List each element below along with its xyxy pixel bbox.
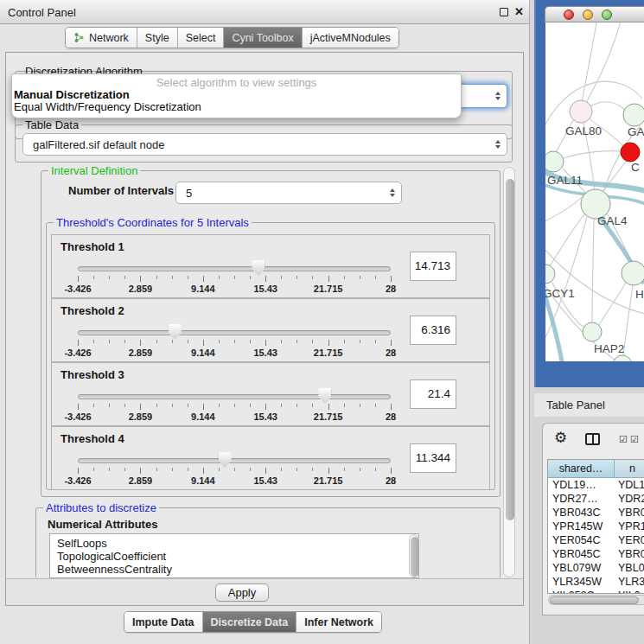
checkbox-icon[interactable]: ☑ [630,435,639,444]
slider-scale-label: 21.715 [314,348,343,358]
threshold-value-field[interactable]: 14.713 [410,252,456,281]
table-row[interactable]: YBL079WYBL0 [548,561,644,575]
screenshot-root: Control Panel ✕ NetworkStyleSelectCyni T… [0,0,644,644]
table-cell: YBR0 [615,547,644,561]
slider-scale-label: 28 [386,284,396,294]
numerical-attributes-list[interactable]: SelfLoopsTopologicalCoefficientBetweenne… [49,533,419,578]
table-row[interactable]: YIL052CYIL0 [548,589,644,594]
table-cell: YPR145W [548,520,615,533]
threshold-value-field[interactable]: 6.316 [410,316,456,345]
table-cell: YER054C [548,533,615,547]
slider-scale-label: 21.715 [314,284,343,294]
slider-track[interactable] [78,458,391,463]
dropdown-item[interactable]: Equal Width/Frequency Discretization [12,101,461,113]
slider-track[interactable] [78,330,391,335]
table-column-header[interactable]: n [615,460,644,478]
network-canvas[interactable]: GAL80GACGAL11GAL4GCY1HHAP2 [545,22,644,361]
attribute-list-item[interactable]: TopologicalCoefficient [50,550,418,563]
network-edge [564,151,621,158]
network-node[interactable] [545,151,564,172]
tab-infer-network[interactable]: Infer Network [296,612,381,632]
dropdown-items: Manual DiscretizationEqual Width/Frequen… [12,89,461,113]
threshold-label: Threshold 1 [61,240,124,253]
table-horizontal-scrollbar[interactable] [548,595,644,605]
tab-select[interactable]: Select [177,28,224,48]
slider-scale-label: 15.43 [253,411,277,422]
network-node[interactable] [570,100,592,123]
number-of-intervals-combo[interactable]: 5 [175,182,402,204]
slider-scale-label: 15.43 [253,475,277,486]
table-row[interactable]: YLR345WYLR3 [548,575,644,589]
attribute-list-item[interactable]: SelfLoops [50,537,418,550]
apply-button[interactable]: Apply [215,583,269,602]
network-edge [586,22,622,103]
slider-scale-label: 2.859 [129,475,153,486]
apply-strip: Apply [6,578,523,605]
slider-scale-label: -3.426 [64,284,91,294]
tab-network[interactable]: Network [66,28,137,48]
number-of-intervals-value: 5 [186,187,192,200]
algorithm-dropdown-popup: Select algorithm to view settings Manual… [11,73,462,118]
table-row[interactable]: YPR145WYPR1 [548,520,644,533]
tab-discretize-data[interactable]: Discretize Data [202,612,296,632]
table-column-header[interactable]: shared… [548,460,615,478]
tab-impute-data[interactable]: Impute Data [124,612,202,632]
table-row[interactable]: YDR27…YDR2 [548,492,644,506]
settings-scrollbar[interactable] [503,167,515,577]
slider-handle[interactable] [219,452,232,468]
table-cell: YBR043C [548,506,615,520]
network-window-titlebar[interactable] [545,6,644,22]
threshold-cell: Threshold 2-3.4262.8599.14415.4321.71528… [51,298,490,362]
network-edge [582,22,597,101]
combo-spinner-icon [495,92,501,100]
table-cell: YPR1 [615,520,644,533]
slider-handle[interactable] [252,260,265,276]
columns-icon[interactable] [585,433,600,445]
minimize-traffic-light-icon[interactable] [583,10,593,20]
float-window-icon[interactable] [500,8,508,16]
dropdown-item[interactable]: Manual Discretization [12,89,461,101]
slider-track[interactable] [78,394,391,399]
threshold-value-field[interactable]: 11.344 [410,443,456,473]
tab-style[interactable]: Style [137,28,177,48]
tab-label: Network [89,32,129,44]
control-panel-title: Control Panel [8,6,76,19]
slider-scale-label: -3.426 [64,348,91,358]
close-traffic-light-icon[interactable] [564,10,574,20]
table-cell: YLR345W [548,575,615,589]
zoom-traffic-light-icon[interactable] [602,10,612,20]
tab-cyni-toolbox[interactable]: Cyni Toolbox [223,28,301,48]
network-node[interactable] [545,265,555,284]
attributes-list-scrollbar[interactable] [409,534,419,577]
network-node[interactable] [613,355,632,361]
network-node[interactable] [621,143,640,162]
checkbox-icon[interactable]: ☑ [619,435,628,444]
network-graph: GAL80GACGAL11GAL4GCY1HHAP2 [545,22,644,361]
network-node-label: H [635,288,644,301]
tab-label: Impute Data [132,616,194,628]
dropdown-prompt: Select algorithm to view settings [12,77,461,89]
table-data-combo[interactable]: galFiltered.sif default node [22,133,507,156]
attribute-list-item[interactable]: BetweennessCentrality [50,563,418,576]
number-of-intervals-label: Number of Intervals [68,184,174,197]
table-row[interactable]: YBR045CYBR0 [548,547,644,561]
slider-ticks [78,468,392,474]
threshold-value-field[interactable]: 21.4 [410,379,456,409]
table-row[interactable]: YDL19…YDL1 [548,478,644,492]
table-row[interactable]: YBR043CYBR0 [548,506,644,520]
network-node[interactable] [622,261,644,285]
close-icon[interactable]: ✕ [514,5,524,18]
slider-handle[interactable] [318,388,331,404]
network-node[interactable] [623,104,644,126]
numerical-attributes-label: Numerical Attributes [48,518,157,531]
slider-track[interactable] [78,266,391,271]
gear-icon[interactable]: ⚙ [554,430,567,445]
tab-jactivemnodules[interactable]: jActiveMNodules [302,28,399,48]
slider-handle[interactable] [169,324,182,340]
combo-spinner-icon [390,188,395,197]
network-node[interactable] [583,322,602,341]
table-row[interactable]: YER054CYER0 [548,533,644,547]
interval-definition-title: Interval Definition [48,165,140,177]
node-table[interactable]: shared…n YDL19…YDL1YDR27…YDR2YBR043CYBR0… [547,459,644,594]
network-node-label: GAL4 [597,214,628,227]
